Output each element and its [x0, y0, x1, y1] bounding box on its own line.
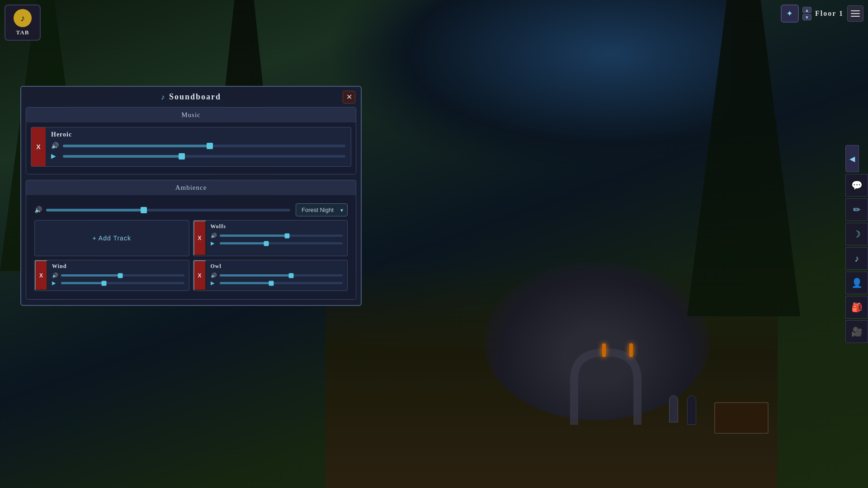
wind-delete-button[interactable]: X [35, 260, 47, 291]
toolbar-moon-button[interactable]: ☽ [845, 223, 868, 245]
tab-button[interactable]: TAB [5, 5, 41, 41]
track-heroic: X Heroic 🔊 ▶ [31, 127, 351, 167]
heroic-delete-button[interactable]: X [31, 127, 46, 166]
right-toolbar: ◀ 💬 ✏ ☽ ♪ 👤 🎒 🎥 [845, 145, 868, 343]
tab-label: TAB [16, 29, 29, 36]
wind-volume-icon: 🔊 [52, 272, 58, 278]
add-track-label: + Add Track [93, 235, 131, 242]
wolfs-pitch-slider[interactable] [220, 242, 343, 244]
top-right-bar: ✦ ▲ ▼ Floor 1 [781, 5, 863, 23]
toolbar-camera-button[interactable]: 🎥 [845, 320, 868, 343]
hamburger-line-3 [851, 16, 860, 17]
heroic-pitch-icon: ▶ [51, 152, 59, 160]
arch-decoration [561, 343, 651, 434]
floor-down-button[interactable]: ▼ [802, 14, 811, 20]
torch-left [602, 343, 606, 357]
hamburger-button[interactable] [847, 5, 863, 22]
wolfs-volume-row: 🔊 [211, 233, 343, 239]
wolfs-volume-fill [220, 235, 288, 237]
panel-title: ♪ Soundboard [161, 92, 221, 102]
wind-pitch-row: ▶ [52, 280, 184, 286]
floor-up-button[interactable]: ▲ [802, 7, 811, 13]
wolfs-delete-button[interactable]: X [193, 221, 206, 256]
cart [714, 402, 769, 434]
close-button[interactable]: ✕ [343, 91, 355, 103]
toolbar-edit-button[interactable]: ✏ [845, 198, 868, 221]
ambience-volume-thumb[interactable] [141, 207, 147, 213]
ambience-dropdown-wrapper: Forest Night Tavern Cave City Ocean [296, 203, 348, 216]
owl-volume-thumb[interactable] [288, 273, 293, 278]
heroic-volume-icon: 🔊 [51, 142, 59, 150]
music-section: Music X Heroic 🔊 ▶ [26, 107, 356, 174]
heroic-track-info: Heroic 🔊 ▶ [46, 127, 351, 166]
wolfs-track-name: Wolfs [211, 223, 343, 230]
wind-pitch-slider[interactable] [61, 282, 184, 284]
floor-arrows: ▲ ▼ [802, 7, 811, 20]
toolbar-music-button[interactable]: ♪ [845, 247, 868, 270]
owl-pitch-thumb[interactable] [269, 281, 274, 286]
toolbar-person-button[interactable]: 👤 [845, 272, 868, 294]
heroic-track-name: Heroic [51, 131, 345, 138]
owl-pitch-fill [220, 282, 271, 284]
floor-icon: ✦ [781, 5, 799, 23]
wind-pitch-thumb[interactable] [102, 281, 107, 286]
owl-pitch-slider[interactable] [220, 282, 343, 284]
wolfs-pitch-row: ▶ [211, 240, 343, 246]
owl-track-info: Owl 🔊 ▶ [206, 260, 348, 291]
wind-pitch-fill [61, 282, 104, 284]
track-wind: X Wind 🔊 ▶ [34, 260, 189, 291]
owl-delete-button[interactable]: X [193, 260, 206, 291]
wind-track-name: Wind [52, 263, 184, 270]
wind-volume-slider[interactable] [61, 274, 184, 277]
wind-pitch-icon: ▶ [52, 280, 58, 286]
wind-track-info: Wind 🔊 ▶ [47, 260, 189, 291]
heroic-volume-row: 🔊 [51, 142, 345, 150]
ambience-slider-row: 🔊 [34, 206, 290, 214]
heroic-pitch-slider[interactable] [63, 155, 345, 158]
add-track-button[interactable]: + Add Track [34, 220, 189, 256]
owl-volume-icon: 🔊 [211, 272, 217, 278]
toolbar-bag-button[interactable]: 🎒 [845, 296, 868, 319]
ambience-section-header: Ambience [26, 180, 356, 195]
sky [326, 0, 732, 181]
wolfs-pitch-fill [220, 242, 267, 244]
owl-volume-row: 🔊 [211, 272, 343, 278]
tab-icon [14, 9, 32, 27]
ambience-main-row: 🔊 Forest Night Tavern Cave City Ocean [31, 200, 351, 220]
characters [669, 395, 696, 425]
soundboard-panel: ♪ Soundboard ✕ Music X Heroic 🔊 [20, 86, 362, 306]
wind-volume-thumb[interactable] [118, 273, 123, 278]
ambience-section: Ambience 🔊 Forest Night Tavern Cave [26, 180, 356, 300]
track-owl: X Owl 🔊 ▶ [193, 260, 348, 291]
ambience-volume-slider[interactable] [46, 209, 290, 211]
ambience-volume-icon: 🔊 [34, 206, 42, 214]
wolfs-volume-slider[interactable] [220, 235, 343, 237]
soundboard-title-icon: ♪ [161, 93, 165, 101]
heroic-volume-thumb[interactable] [207, 143, 213, 149]
heroic-volume-slider[interactable] [63, 145, 345, 147]
wolfs-pitch-thumb[interactable] [264, 241, 269, 246]
collapse-panel-button[interactable]: ◀ [845, 145, 859, 172]
panel-title-bar: ♪ Soundboard ✕ [21, 87, 361, 107]
owl-track-name: Owl [211, 263, 343, 270]
owl-pitch-icon: ▶ [211, 280, 217, 286]
wolfs-track-info: Wolfs 🔊 ▶ [206, 221, 348, 256]
heroic-pitch-row: ▶ [51, 152, 345, 160]
wind-volume-fill [61, 274, 120, 277]
wind-volume-row: 🔊 [52, 272, 184, 278]
hamburger-line-2 [851, 13, 860, 14]
wolfs-pitch-icon: ▶ [211, 240, 217, 246]
owl-pitch-row: ▶ [211, 280, 343, 286]
wolfs-volume-icon: 🔊 [211, 233, 217, 239]
wolfs-volume-thumb[interactable] [285, 233, 290, 238]
owl-volume-fill [220, 274, 291, 277]
toolbar-chat-button[interactable]: 💬 [845, 174, 868, 197]
music-section-header: Music [26, 108, 356, 122]
ambience-environment-select[interactable]: Forest Night Tavern Cave City Ocean [296, 203, 348, 216]
ambience-volume-fill [46, 209, 144, 211]
track-wolfs: X Wolfs 🔊 ▶ [193, 220, 348, 256]
ambience-tracks-grid: + Add Track X Wolfs 🔊 [31, 220, 351, 295]
soundboard-title-text: Soundboard [169, 92, 221, 102]
owl-volume-slider[interactable] [220, 274, 343, 277]
heroic-pitch-thumb[interactable] [179, 153, 185, 160]
